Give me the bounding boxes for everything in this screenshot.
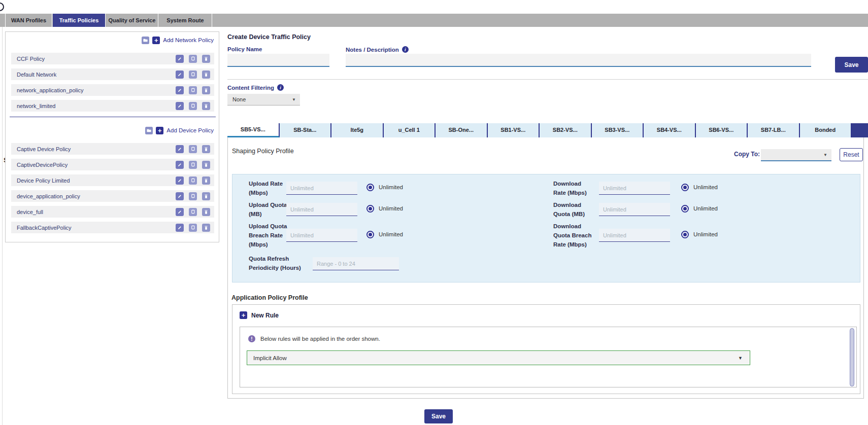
delete-icon[interactable] — [202, 70, 210, 79]
delete-icon[interactable] — [202, 208, 210, 216]
save-policy-bottom-button[interactable]: Save — [424, 409, 453, 423]
iface-tab-sb-one[interactable]: SB-One... — [436, 123, 488, 137]
add-network-policy-link[interactable]: Add Network Policy — [163, 37, 214, 43]
collapse-network-policies-icon[interactable] — [142, 37, 149, 44]
policy-name-label: CaptiveDevicePolicy — [17, 162, 176, 168]
copy-to-select[interactable]: ▼ — [761, 149, 831, 161]
policy-name-input[interactable] — [227, 54, 329, 67]
upload-breach-unlimited-radio[interactable] — [366, 231, 374, 238]
app-logo-icon — [0, 3, 4, 11]
folder-icon — [146, 128, 152, 133]
device-policy-row[interactable]: FallbackCaptivePolicy — [11, 222, 214, 233]
tab-traffic-policies[interactable]: Traffic Policies — [53, 14, 106, 27]
download-rate-input[interactable] — [599, 182, 670, 195]
iface-tab-sb3-vs[interactable]: SB3-VS... — [592, 123, 644, 137]
network-policy-row[interactable]: CCF Policy — [11, 53, 214, 64]
collapse-device-policies-icon[interactable] — [145, 127, 153, 134]
notes-field-label: Notes / Description i — [346, 46, 409, 53]
delete-icon[interactable] — [202, 86, 210, 94]
iface-tab-sb2-vs[interactable]: SB2-VS... — [540, 123, 592, 137]
tab-wan-profiles[interactable]: WAN Profiles — [5, 14, 52, 27]
upload-quota-input[interactable] — [286, 203, 357, 216]
notes-input[interactable] — [346, 54, 811, 67]
iface-tab-sb-sta[interactable]: SB-Sta... — [280, 123, 332, 137]
iface-tab-sb5-vs[interactable]: SB5-VS... — [227, 123, 280, 137]
iface-tab-sb1-vs[interactable]: SB1-VS... — [488, 123, 540, 137]
download-breach-input[interactable] — [599, 229, 670, 242]
duplicate-icon[interactable] — [189, 208, 197, 216]
new-rule-plus-icon[interactable]: + — [240, 311, 247, 319]
device-policy-row[interactable]: Device Policy Limited — [11, 174, 214, 186]
download-quota-input[interactable] — [599, 203, 670, 216]
rules-scrollbar-thumb[interactable] — [850, 328, 854, 386]
delete-icon[interactable] — [202, 176, 210, 185]
shaping-fields-panel: Upload Rate (Mbps) Unlimited Upload Quot… — [232, 174, 860, 282]
tab-system-route[interactable]: System Route — [159, 14, 212, 27]
content-filtering-info-icon[interactable]: i — [277, 84, 284, 91]
implicit-allow-rule-select[interactable]: Implicit Allow ▼ — [247, 350, 750, 365]
download-quota-unlimited-radio[interactable] — [681, 205, 689, 213]
notes-info-icon[interactable]: i — [402, 46, 409, 53]
upload-breach-input[interactable] — [286, 229, 357, 242]
duplicate-icon[interactable] — [189, 161, 197, 169]
add-network-policy-plus-icon[interactable]: + — [152, 37, 160, 44]
sdwan-page: SD-WAN WAN Profiles Traffic Policies Qua… — [0, 0, 868, 425]
duplicate-icon[interactable] — [189, 145, 197, 153]
reset-button[interactable]: Reset — [840, 148, 863, 161]
upload-quota-unlimited-radio[interactable] — [366, 205, 374, 213]
new-rule-label[interactable]: New Rule — [251, 312, 279, 319]
download-breach-unlimited-radio[interactable] — [681, 231, 689, 238]
upload-rate-unlimited-radio[interactable] — [366, 184, 374, 191]
quota-refresh-input[interactable] — [313, 257, 399, 270]
duplicate-icon[interactable] — [189, 176, 197, 185]
device-policy-row[interactable]: CaptiveDevicePolicy — [11, 159, 214, 170]
edit-pencil-icon[interactable] — [176, 86, 184, 94]
download-rate-unlimited-radio[interactable] — [681, 184, 689, 191]
edit-pencil-icon[interactable] — [176, 224, 184, 232]
delete-icon[interactable] — [202, 145, 210, 153]
edit-pencil-icon[interactable] — [176, 102, 184, 110]
edit-pencil-icon[interactable] — [176, 55, 184, 63]
edit-pencil-icon[interactable] — [176, 208, 184, 216]
iface-tab-lte5g[interactable]: lte5g — [331, 123, 384, 137]
edit-pencil-icon[interactable] — [176, 145, 184, 153]
network-policy-row[interactable]: Default Network — [11, 68, 214, 80]
device-policy-row[interactable]: device_full — [11, 206, 214, 218]
iface-tab-bonded[interactable]: Bonded — [800, 123, 852, 137]
policy-name-label: Captive Device Policy — [17, 146, 176, 152]
tab-quality-of-service[interactable]: Quality of Service — [106, 14, 158, 27]
duplicate-icon[interactable] — [189, 102, 197, 110]
duplicate-icon[interactable] — [189, 192, 197, 200]
edit-pencil-icon[interactable] — [176, 176, 184, 185]
upload-rate-input[interactable] — [286, 182, 357, 195]
folder-icon — [143, 38, 148, 43]
duplicate-icon[interactable] — [189, 55, 197, 63]
duplicate-icon[interactable] — [189, 224, 197, 232]
edit-pencil-icon[interactable] — [176, 161, 184, 169]
tab-overflow-button[interactable] — [852, 123, 868, 137]
edit-pencil-icon[interactable] — [176, 70, 184, 79]
device-policy-row[interactable]: device_application_policy — [11, 190, 214, 202]
duplicate-icon[interactable] — [189, 70, 197, 79]
network-policy-row[interactable]: network_application_policy — [11, 84, 214, 96]
delete-icon[interactable] — [202, 102, 210, 110]
iface-tab-sb7-lb[interactable]: SB7-LB... — [748, 123, 800, 137]
edit-pencil-icon[interactable] — [176, 192, 184, 200]
iface-tab-u-cell-1[interactable]: u_Cell 1 — [384, 123, 436, 137]
iface-tab-sb6-vs[interactable]: SB6-VS... — [696, 123, 748, 137]
duplicate-icon[interactable] — [189, 86, 197, 94]
network-policy-row[interactable]: network_limited — [11, 100, 214, 112]
delete-icon[interactable] — [202, 161, 210, 169]
delete-icon[interactable] — [202, 224, 210, 232]
add-device-policy-link[interactable]: Add Device Policy — [166, 127, 214, 133]
add-device-policy-plus-icon[interactable]: + — [156, 127, 163, 134]
policy-list-panel: + Add Network Policy CCF Policy Default … — [5, 31, 219, 242]
download-quota-label: Download Quota (MB) — [553, 201, 594, 219]
save-button[interactable]: Save — [835, 57, 868, 73]
iface-tab-sb4-vs[interactable]: SB4-VS... — [644, 123, 696, 137]
delete-icon[interactable] — [202, 55, 210, 63]
policy-name-label: device_application_policy — [17, 193, 176, 199]
content-filtering-select[interactable]: None ▼ — [227, 94, 300, 105]
device-policy-row[interactable]: Captive Device Policy — [11, 143, 214, 155]
delete-icon[interactable] — [202, 192, 210, 200]
